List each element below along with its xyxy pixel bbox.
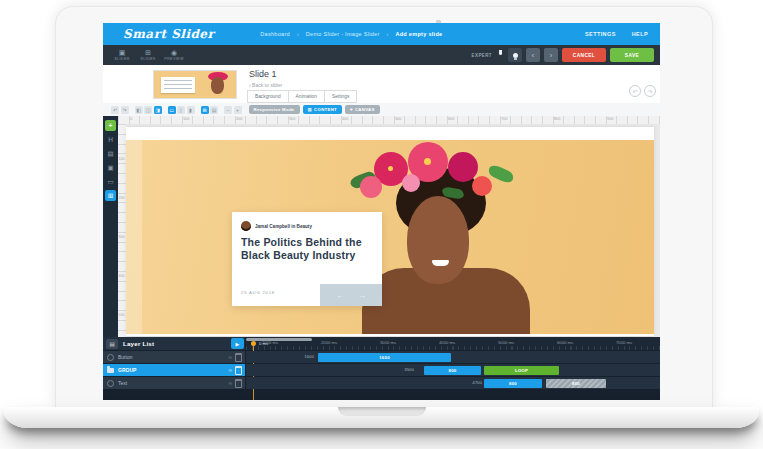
layer-list: ▤ Layer List ▶ Button ∞ GROUP ∞ Text xyxy=(103,337,245,400)
link-icon[interactable]: ∞ xyxy=(228,355,232,360)
zoom-out-icon[interactable]: − xyxy=(224,106,232,114)
text-layer-icon[interactable]: ▤ xyxy=(105,148,116,159)
ruler-label: 400 xyxy=(342,117,348,121)
timeline-scrollbar[interactable] xyxy=(246,338,312,341)
prev-arrow-button[interactable]: ← xyxy=(336,291,344,300)
tab-background[interactable]: Background xyxy=(247,90,289,103)
align-right-icon[interactable]: ◨ xyxy=(154,106,162,114)
slide-thumbnail[interactable] xyxy=(153,70,237,99)
card-heading: The Politics Behind the Black Beauty Ind… xyxy=(241,236,362,262)
layer-row-group[interactable]: GROUP ∞ xyxy=(103,364,245,376)
photo-woman-face xyxy=(407,196,469,284)
top-bar-links: SETTINGS HELP xyxy=(585,31,648,37)
link-icon[interactable]: ∞ xyxy=(228,368,232,373)
lightbulb-button[interactable] xyxy=(508,48,522,62)
animation-bar[interactable]: 800 xyxy=(484,379,542,388)
desktop-view-icon[interactable]: ▭ xyxy=(168,106,176,114)
ruler-label: 200 xyxy=(236,117,242,121)
back-to-slider-link[interactable]: ‹ Back to slider xyxy=(249,82,282,88)
delay-label: 4700 xyxy=(442,380,482,385)
content-mode-button[interactable]: ▦ CONTENT xyxy=(303,105,342,114)
trash-icon[interactable] xyxy=(235,353,242,362)
canvas-mode-button[interactable]: ♥ CANVAS xyxy=(345,105,380,114)
preview-icon: ◉ xyxy=(171,49,177,56)
trash-icon[interactable] xyxy=(235,366,242,375)
heart-icon: ♥ xyxy=(350,107,353,112)
redo-icon[interactable]: ↷ xyxy=(121,106,129,114)
tab-settings[interactable]: Settings xyxy=(324,90,357,103)
text-card-layer[interactable]: Jamal Campbell in Beauty The Politics Be… xyxy=(232,212,382,306)
visibility-icon[interactable] xyxy=(107,354,114,361)
add-layer-button[interactable]: + xyxy=(105,120,116,131)
align-left-icon[interactable]: ◧ xyxy=(135,106,143,114)
layer-window-button[interactable]: ⊞ xyxy=(105,190,116,201)
mobile-view-icon[interactable]: ▮ xyxy=(187,106,195,114)
help-link[interactable]: HELP xyxy=(632,31,648,37)
ruler-label: 0 xyxy=(130,117,132,121)
animation-bar[interactable]: 800 xyxy=(424,366,481,375)
undo-icon[interactable]: ↶ xyxy=(111,106,119,114)
play-button[interactable]: ▶ xyxy=(231,338,244,349)
flower xyxy=(448,152,478,182)
track-row: 3500 800 LOOP xyxy=(246,364,660,376)
playhead[interactable] xyxy=(251,341,256,346)
undo-circle-button[interactable]: ↶ xyxy=(629,85,641,97)
responsive-mode-button[interactable]: Responsive Mode xyxy=(249,105,300,114)
breadcrumb-item[interactable]: Dashboard xyxy=(260,31,290,37)
breadcrumb: Dashboard›Demo Slider - Image Slider›Add… xyxy=(260,31,442,37)
grid-icon[interactable]: ⊞ xyxy=(201,106,209,114)
button-layer-icon[interactable]: ▭ xyxy=(105,176,116,187)
visibility-icon[interactable] xyxy=(107,380,114,387)
ruler-label: 100 xyxy=(119,157,125,161)
ruler-label: 600 xyxy=(448,117,454,121)
layers-icon[interactable]: ▤ xyxy=(210,106,218,114)
layer-toolbar: +H▤▣▭⊞ xyxy=(103,116,118,337)
track-row: 1600 1600 xyxy=(246,351,660,363)
loop-bar[interactable]: LOOP xyxy=(484,366,559,375)
settings-link[interactable]: SETTINGS xyxy=(585,31,616,37)
save-button[interactable]: SAVE xyxy=(610,48,654,62)
delay-label: 3500 xyxy=(374,367,414,372)
slide-background-image[interactable]: Jamal Campbell in Beauty The Politics Be… xyxy=(126,140,654,334)
slider-icon: ▣ xyxy=(119,49,126,56)
editor-toolbar: ↶↷◧◫◨▭▯▮⊞▤−+ Responsive Mode ▦ CONTENT ♥… xyxy=(103,103,660,117)
heading-layer-icon[interactable]: H xyxy=(105,134,116,145)
next-arrow-button[interactable]: → xyxy=(358,291,366,300)
trash-icon[interactable] xyxy=(235,379,242,388)
align-center-icon[interactable]: ◫ xyxy=(144,106,152,114)
canvas: Jamal Campbell in Beauty The Politics Be… xyxy=(126,124,660,337)
ruler-label: 700 xyxy=(501,117,507,121)
zoom-in-icon[interactable]: + xyxy=(234,106,242,114)
breadcrumb-item[interactable]: Add empty slide xyxy=(395,31,442,37)
slide-canvas[interactable]: Jamal Campbell in Beauty The Politics Be… xyxy=(126,127,654,336)
modebar-item-slides[interactable]: ⊞SLIDES xyxy=(135,45,161,65)
tab-animation[interactable]: Animation xyxy=(288,90,325,103)
animation-bar[interactable]: 1600 xyxy=(318,353,451,362)
prev-slide-button[interactable]: ‹ xyxy=(526,48,540,62)
ruler-label: 400 xyxy=(119,274,125,278)
ruler-label: 200 xyxy=(119,196,125,200)
modebar-item-preview[interactable]: ◉PREVIEW xyxy=(161,45,187,65)
app-logo: Smart Slider xyxy=(123,27,214,41)
link-icon[interactable]: ∞ xyxy=(228,381,232,386)
photo-woman-smile xyxy=(432,260,449,266)
editor-toolbar-buttons: ↶↷◧◫◨▭▯▮⊞▤−+ xyxy=(103,106,242,114)
tablet-view-icon[interactable]: ▯ xyxy=(177,106,185,114)
lightbulb-icon xyxy=(513,53,518,58)
redo-circle-button[interactable]: ↷ xyxy=(644,85,656,97)
next-slide-button[interactable]: › xyxy=(544,48,558,62)
ruler-label: 900 xyxy=(607,117,613,121)
expert-toggle[interactable] xyxy=(497,50,504,61)
layer-row-text[interactable]: Text ∞ xyxy=(103,377,245,389)
timeline-ruler[interactable]: 1000 ms2000 ms3000 ms4000 ms5000 ms6000 … xyxy=(246,337,660,350)
avatar xyxy=(241,221,251,231)
modebar-item-slider[interactable]: ▣SLIDER xyxy=(109,45,135,65)
out-animation-bar[interactable]: 800 xyxy=(546,379,606,388)
flower xyxy=(360,176,382,198)
breadcrumb-item[interactable]: Demo Slider - Image Slider xyxy=(306,31,380,37)
cancel-button[interactable]: CANCEL xyxy=(562,48,606,62)
timeline-panel: ▤ Layer List ▶ Button ∞ GROUP ∞ Text xyxy=(103,337,660,400)
layer-row-button[interactable]: Button ∞ xyxy=(103,351,245,363)
breadcrumb-separator: › xyxy=(387,31,389,37)
image-layer-icon[interactable]: ▣ xyxy=(105,162,116,173)
